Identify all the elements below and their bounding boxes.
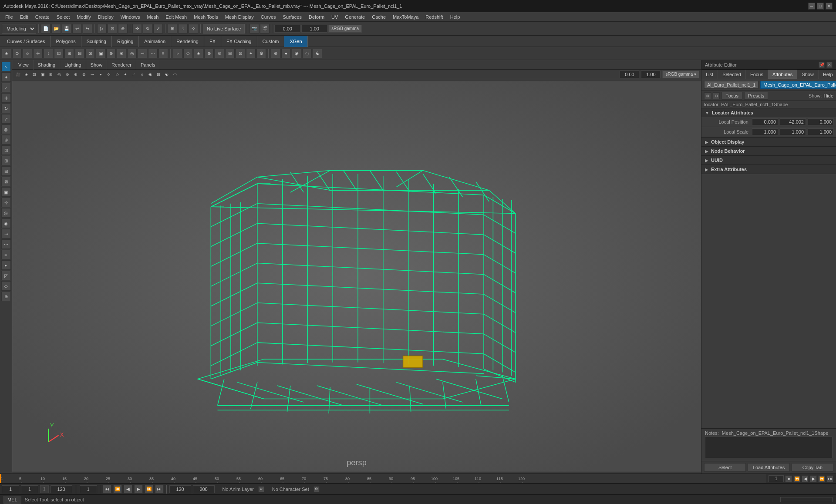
- tool-btn-16[interactable]: ◉: [1, 218, 11, 228]
- tool-btn-18[interactable]: ⋯: [1, 239, 11, 249]
- camera-button[interactable]: 📷: [249, 24, 259, 34]
- tab-rigging[interactable]: Rigging: [112, 36, 139, 47]
- focus-button[interactable]: Focus: [721, 92, 742, 100]
- paint-select-button[interactable]: ⊕: [118, 24, 128, 34]
- minimize-button[interactable]: ─: [808, 3, 815, 10]
- icon-btn-20[interactable]: ⊕: [204, 49, 214, 58]
- tab-animation[interactable]: Animation: [139, 36, 171, 47]
- range-start-input[interactable]: [2, 485, 19, 493]
- select-tool-button[interactable]: ▷: [97, 24, 107, 34]
- select-button[interactable]: Select: [704, 463, 746, 472]
- menu-create[interactable]: Create: [32, 13, 53, 20]
- tool-btn-19[interactable]: ≡: [1, 250, 11, 259]
- viewport-container[interactable]: persp X Y: [12, 79, 701, 474]
- presets-button[interactable]: Presets: [744, 92, 768, 100]
- view-tool-5[interactable]: ⊞: [47, 71, 55, 78]
- menu-uv[interactable]: UV: [328, 13, 341, 20]
- redo-button[interactable]: ↪: [83, 24, 92, 34]
- icon-btn-10[interactable]: ▣: [96, 49, 105, 58]
- step-fwd-btn[interactable]: ⏩: [818, 475, 825, 482]
- near-clip-input[interactable]: [641, 71, 661, 78]
- view-tool-10[interactable]: ⊸: [88, 71, 96, 78]
- attr-pin-button[interactable]: 📌: [819, 62, 825, 68]
- tool-bottom-1[interactable]: ⊕: [1, 292, 11, 301]
- icon-btn-30[interactable]: ☯: [313, 49, 322, 58]
- tab-polygons[interactable]: Polygons: [51, 36, 81, 47]
- menu-edit-mesh[interactable]: Edit Mesh: [162, 13, 190, 20]
- view-tool-18[interactable]: ⊟: [155, 71, 162, 78]
- menu-redshift[interactable]: Redshift: [422, 13, 446, 20]
- node2-button[interactable]: Mesh_Cage_on_EPAL_Euro_Pallet_ncl1_1Shap…: [760, 81, 836, 89]
- view-tab-show[interactable]: Show: [86, 60, 108, 70]
- locator-attributes-header[interactable]: ▼ Locator Attributes: [701, 108, 836, 117]
- current-frame-right[interactable]: [769, 475, 784, 482]
- tab-fx-caching[interactable]: FX Caching: [221, 36, 257, 47]
- icon-btn-11[interactable]: ⊕: [106, 49, 116, 58]
- view-tool-7[interactable]: ⊙: [64, 71, 71, 78]
- frame-input-left[interactable]: [21, 485, 38, 493]
- save-scene-button[interactable]: 💾: [62, 24, 71, 34]
- icon-btn-29[interactable]: ◌: [302, 49, 312, 58]
- tool-btn-9[interactable]: ⊡: [1, 145, 11, 155]
- menu-display[interactable]: Display: [94, 13, 117, 20]
- tool-btn-8[interactable]: ⊕: [1, 135, 11, 144]
- tool-btn-10[interactable]: ⊞: [1, 156, 11, 165]
- next-frame-button[interactable]: ⏩: [145, 485, 153, 494]
- icon-btn-17[interactable]: ▹: [173, 49, 182, 58]
- menu-mesh-tools[interactable]: Mesh Tools: [190, 13, 221, 20]
- play-forward-button[interactable]: ▶: [134, 485, 143, 494]
- local-scale-x[interactable]: [752, 128, 778, 135]
- tool-btn-20[interactable]: ▸: [1, 260, 11, 270]
- icon-btn-27[interactable]: ●: [281, 49, 291, 58]
- no-live-surface-button[interactable]: No Live Surface: [203, 24, 245, 34]
- focus-expand-btn[interactable]: ⊞: [704, 92, 711, 99]
- menu-mesh-display[interactable]: Mesh Display: [222, 13, 257, 20]
- move-tool-left[interactable]: ✛: [1, 93, 11, 103]
- mode-dropdown[interactable]: Modeling: [2, 24, 36, 34]
- snap-curve-button[interactable]: ⌇: [178, 24, 188, 34]
- icon-btn-28[interactable]: ◉: [292, 49, 301, 58]
- attr-close-button[interactable]: ✕: [826, 62, 833, 68]
- menu-cache[interactable]: Cache: [368, 13, 389, 20]
- view-tab-lighting[interactable]: Lighting: [60, 60, 86, 70]
- load-attributes-button[interactable]: Load Attributes: [748, 463, 789, 472]
- notes-textarea[interactable]: [705, 437, 833, 458]
- paint-tool-left[interactable]: ✦: [1, 72, 11, 82]
- icon-btn-3[interactable]: ⌾: [23, 49, 32, 58]
- menu-select[interactable]: Select: [53, 13, 74, 20]
- gamma-display[interactable]: sRGB gamma ▾: [662, 71, 699, 78]
- menu-edit[interactable]: Edit: [17, 13, 32, 20]
- icon-btn-26[interactable]: ⊕: [271, 49, 280, 58]
- local-scale-y[interactable]: [780, 128, 806, 135]
- anim-layer-settings-btn[interactable]: ⚙: [258, 486, 264, 492]
- menu-modify[interactable]: Modify: [73, 13, 94, 20]
- attr-tab-attributes[interactable]: Attributes: [768, 70, 797, 79]
- icon-btn-21[interactable]: ⊙: [215, 49, 224, 58]
- play-fwd-btn[interactable]: ▶: [810, 475, 817, 482]
- icon-btn-4[interactable]: ✛: [33, 49, 43, 58]
- view-tab-renderer[interactable]: Renderer: [107, 60, 136, 70]
- fast-forward-button[interactable]: ⏭: [155, 485, 164, 494]
- icon-btn-22[interactable]: ⊞: [225, 49, 235, 58]
- timeline-row[interactable]: 1 5 10 15 20 25 30 35 40 45 50: [0, 474, 836, 483]
- icon-btn-12[interactable]: ⊗: [117, 49, 126, 58]
- menu-deform[interactable]: Deform: [305, 13, 328, 20]
- render-button[interactable]: 🎬: [260, 24, 270, 34]
- skip-to-end-btn[interactable]: ⏭: [826, 475, 833, 482]
- brush-tool-left[interactable]: ⟋: [1, 83, 11, 92]
- icon-btn-19[interactable]: ◈: [194, 49, 203, 58]
- menu-windows[interactable]: Windows: [117, 13, 144, 20]
- menu-maxToMaya[interactable]: MaxToMaya: [389, 13, 422, 20]
- scale-tool-button[interactable]: ⤢: [153, 24, 163, 34]
- menu-mesh[interactable]: Mesh: [143, 13, 162, 20]
- icon-btn-18[interactable]: ◇: [183, 49, 193, 58]
- range-end-input[interactable]: [51, 485, 72, 493]
- tool-btn-13[interactable]: ▣: [1, 187, 11, 197]
- menu-generate[interactable]: Generate: [341, 13, 368, 20]
- menu-help[interactable]: Help: [447, 13, 464, 20]
- tool-btn-11[interactable]: ⊟: [1, 166, 11, 176]
- icon-btn-9[interactable]: ⊠: [85, 49, 95, 58]
- fov-input[interactable]: [620, 71, 639, 78]
- icon-btn-16[interactable]: ≡: [158, 49, 168, 58]
- node-behavior-section[interactable]: ▶ Node Behavior: [701, 147, 836, 156]
